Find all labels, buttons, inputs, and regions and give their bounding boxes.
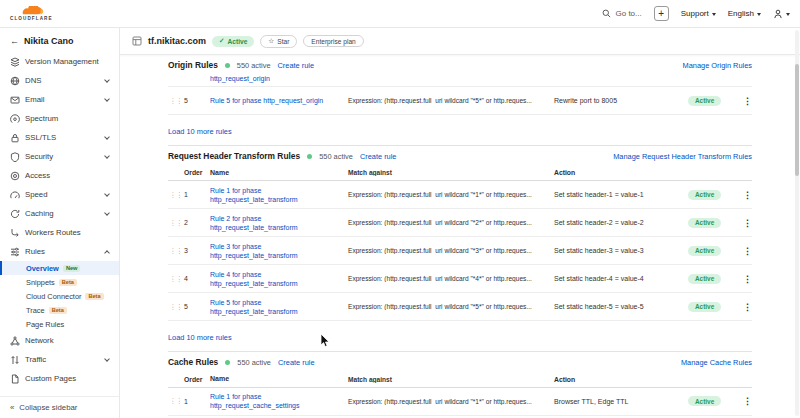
sidebar-item-caching[interactable]: Caching	[0, 204, 119, 223]
rule-name-link[interactable]: Rule 2 for phase http_request_late_trans…	[210, 214, 348, 233]
order-cell: 5	[184, 97, 210, 104]
sidebar-item-snippets[interactable]: Snippets Beta	[0, 275, 119, 289]
rule-name-link[interactable]: http_request_origin	[210, 74, 348, 83]
email-icon	[10, 95, 20, 105]
rule-row-partial: http_request_origin	[168, 74, 752, 87]
add-site-button[interactable]: +	[654, 6, 669, 21]
rule-name-link[interactable]: Rule 5 for phase http_request_origin	[210, 96, 348, 105]
rule-name-link[interactable]: Rule 4 for phase http_request_late_trans…	[210, 270, 348, 289]
domain-header: tf.nikitac.com ✓ Active ☆ Star Enterpris…	[120, 28, 800, 55]
star-button[interactable]: ☆ Star	[260, 35, 297, 48]
main-content: tf.nikitac.com ✓ Active ☆ Star Enterpris…	[120, 28, 800, 418]
sidebar-item-dns[interactable]: DNS	[0, 71, 119, 90]
kebab-menu-button[interactable]: ⋮	[736, 218, 752, 228]
sidebar-item-traffic[interactable]: Traffic	[0, 350, 119, 369]
sidebar-item-security[interactable]: Security	[0, 147, 119, 166]
active-count: 550 active	[319, 152, 353, 161]
lock-icon	[10, 133, 20, 143]
create-rule-link[interactable]: Create rule	[278, 358, 315, 367]
order-cell: 1	[184, 191, 210, 198]
sidebar-item-rules[interactable]: Rules	[0, 242, 119, 261]
collapse-icon: «	[10, 403, 14, 412]
drag-handle[interactable]: ⋮⋮	[168, 219, 184, 227]
kebab-menu-button[interactable]: ⋮	[736, 96, 752, 106]
sidebar: ← Nikita Cano Version Management DNS Ema…	[0, 28, 120, 418]
rule-row: ⋮⋮ 1 Rule 1 for phase http_request_cache…	[168, 388, 752, 416]
sidebar-item-network[interactable]: Network	[0, 331, 119, 350]
sidebar-item-spectrum[interactable]: Spectrum	[0, 109, 119, 128]
load-more-link[interactable]: Load 10 more rules	[168, 127, 232, 136]
drag-handle[interactable]: ⋮⋮	[168, 303, 184, 311]
goto-label: Go to...	[615, 9, 641, 18]
traffic-icon	[10, 355, 20, 365]
sidebar-item-email[interactable]: Email	[0, 90, 119, 109]
sidebar-subitem-label: Snippets	[26, 278, 55, 287]
load-more-link[interactable]: Load 10 more rules	[168, 333, 232, 342]
sidebar-item-overview[interactable]: Overview New	[0, 261, 119, 275]
section-title: Origin Rules	[168, 60, 218, 70]
chevron-down-icon	[757, 13, 761, 16]
sidebar-item-custom-pages[interactable]: Custom Pages	[0, 369, 119, 388]
sidebar-item-version-management[interactable]: Version Management	[0, 52, 119, 71]
drag-handle[interactable]: ⋮⋮	[168, 191, 184, 199]
manage-rht-rules-link[interactable]: Manage Request Header Transform Rules	[613, 152, 752, 161]
origin-rules-section-header: Origin Rules 550 active Create rule Mana…	[168, 55, 752, 74]
kebab-menu-button[interactable]: ⋮	[736, 396, 752, 406]
sidebar-item-page-rules[interactable]: Page Rules	[0, 317, 119, 331]
account-name: Nikita Cano	[24, 36, 74, 46]
create-rule-link[interactable]: Create rule	[360, 152, 397, 161]
rule-name-link[interactable]: Rule 1 for phase http_request_cache_sett…	[210, 392, 348, 411]
manage-cache-rules-link[interactable]: Manage Cache Rules	[681, 358, 752, 367]
goto-search[interactable]: Go to...	[602, 9, 641, 18]
sidebar-item-ssl-tls[interactable]: SSL/TLS	[0, 128, 119, 147]
chevron-down-icon	[104, 210, 110, 216]
pages-icon	[10, 374, 20, 384]
drag-handle[interactable]: ⋮⋮	[168, 397, 184, 405]
active-dot-icon	[307, 154, 312, 159]
sidebar-item-access[interactable]: Access	[0, 166, 119, 185]
drag-handle[interactable]: ⋮⋮	[168, 275, 184, 283]
table-header-row: Order Name Match against Action	[168, 371, 752, 387]
create-rule-link[interactable]: Create rule	[278, 61, 315, 70]
beta-badge: Beta	[85, 293, 103, 300]
sidebar-item-workers-routes[interactable]: Workers Routes	[0, 223, 119, 242]
status-badge: Active	[688, 218, 721, 228]
language-menu[interactable]: English	[728, 9, 761, 18]
rule-name-link[interactable]: Rule 5 for phase http_request_late_trans…	[210, 298, 348, 317]
sidebar-item-speed[interactable]: Speed	[0, 185, 119, 204]
kebab-menu-button[interactable]: ⋮	[736, 246, 752, 256]
column-header-order: Order	[184, 169, 210, 176]
chevron-up-icon	[104, 250, 110, 256]
manage-origin-rules-link[interactable]: Manage Origin Rules	[683, 61, 752, 70]
support-menu[interactable]: Support	[681, 9, 716, 18]
sidebar-subitem-label: Page Rules	[26, 320, 64, 329]
kebab-menu-button[interactable]: ⋮	[736, 302, 752, 312]
sidebar-item-trace[interactable]: Trace Beta	[0, 303, 119, 317]
sidebar-item-label: Speed	[25, 190, 48, 199]
collapse-sidebar-button[interactable]: « Collapse sidebar	[0, 396, 119, 418]
match-cell: Expression: (http.request.full_uri wildc…	[348, 398, 554, 405]
table-header-row: Order Name Match against Action	[168, 165, 752, 181]
match-cell: Expression: (http.request.full_uri wildc…	[348, 219, 554, 226]
sidebar-item-cloud-connector[interactable]: Cloud Connector Beta	[0, 289, 119, 303]
rule-name-link[interactable]: Rule 1 for phase http_request_late_trans…	[210, 186, 348, 205]
scrollbar-thumb[interactable]	[795, 64, 799, 176]
brand-text: CLOUDFLARE	[10, 16, 53, 21]
kebab-menu-button[interactable]: ⋮	[736, 274, 752, 284]
topbar: CLOUDFLARE Go to... + Support English	[0, 0, 800, 28]
order-cell: 4	[184, 275, 210, 282]
rule-name-link[interactable]: Rule 3 for phase http_request_late_trans…	[210, 242, 348, 261]
account-back-button[interactable]: ← Nikita Cano	[0, 28, 119, 52]
action-cell: Rewrite port to 8005	[554, 97, 688, 104]
drag-handle[interactable]: ⋮⋮	[168, 97, 184, 105]
kebab-menu-button[interactable]: ⋮	[736, 190, 752, 200]
sidebar-item-label: Custom Pages	[25, 374, 76, 383]
cloudflare-logo[interactable]: CLOUDFLARE	[10, 6, 53, 21]
star-icon: ☆	[268, 37, 274, 45]
account-menu[interactable]	[773, 9, 790, 19]
status-badge: Active	[688, 396, 721, 406]
drag-handle[interactable]: ⋮⋮	[168, 247, 184, 255]
user-icon	[773, 9, 783, 19]
rule-row: ⋮⋮ 5 Rule 5 for phase http_request_origi…	[168, 87, 752, 115]
column-header-name: Name	[210, 168, 348, 177]
